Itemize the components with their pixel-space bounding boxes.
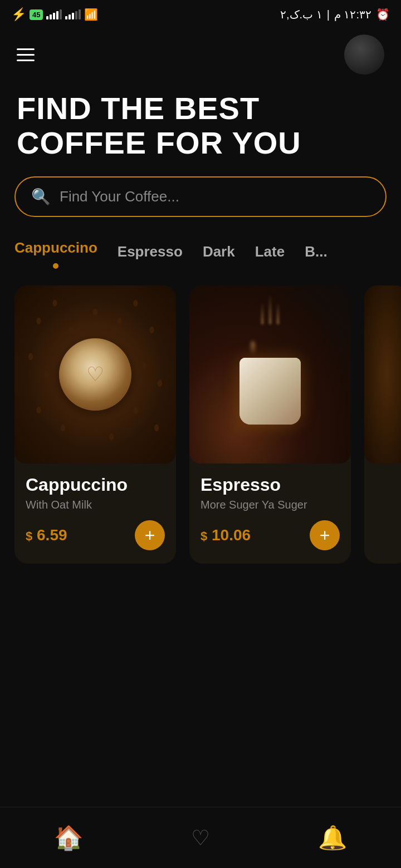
signal-bars-1 [46, 9, 62, 19]
signal-bars-2 [65, 9, 81, 19]
header [0, 29, 401, 86]
steam-effect [261, 302, 279, 324]
cappuccino-price-value: 6.59 [37, 526, 67, 544]
menu-line-1 [17, 48, 35, 50]
date-display-2: ١ ب.ک,٢ [280, 8, 322, 21]
steam-line-3 [277, 302, 279, 324]
espresso-add-button[interactable]: + [310, 520, 340, 550]
tab-cappuccino-dot [53, 263, 58, 269]
hero-line-2: COFFEE FOR YOU [17, 125, 301, 160]
menu-line-3 [17, 60, 35, 61]
tab-late-label: Late [255, 243, 285, 265]
hero-section: FIND THE BEST COFFEE FOR YOU [0, 86, 401, 176]
tab-cappuccino[interactable]: Cappuccino [14, 239, 97, 269]
beans-background [14, 285, 176, 463]
espresso-cup [239, 358, 301, 425]
home-icon: 🏠 [54, 824, 83, 851]
tab-dark-label: Dark [203, 243, 235, 265]
tab-espresso[interactable]: Espresso [118, 243, 183, 265]
hero-line-1: FIND THE BEST [17, 91, 260, 126]
bolt-icon: ⚡ [11, 7, 26, 22]
heart-icon: ♡ [191, 826, 210, 850]
espresso-price: $ 10.06 [200, 526, 251, 544]
alarm-icon: ⏰ [376, 8, 390, 21]
espresso-background [189, 285, 351, 463]
hero-title: FIND THE BEST COFFEE FOR YOU [17, 91, 384, 160]
search-container: 🔍 [0, 176, 401, 239]
tab-late[interactable]: Late [255, 243, 285, 265]
nav-favorites[interactable]: ♡ [191, 826, 210, 850]
status-right: ⏰ ١٢:٣٢ م | ١ ب.ک,٢ [280, 8, 390, 21]
tab-b[interactable]: B... [305, 243, 327, 265]
coffee-card-cappuccino: Cappuccino With Oat Milk $ 6.59 + [14, 285, 176, 564]
bottom-navigation: 🏠 ♡ 🔔 [0, 807, 401, 868]
espresso-currency: $ [200, 529, 207, 543]
date-display: | [327, 8, 330, 21]
cappuccino-desc: With Oat Milk [26, 499, 165, 511]
tab-b-label: B... [305, 243, 327, 265]
nav-notifications[interactable]: 🔔 [318, 824, 347, 851]
nav-home[interactable]: 🏠 [54, 824, 83, 851]
tab-dark[interactable]: Dark [203, 243, 235, 265]
bell-icon: 🔔 [318, 824, 347, 851]
coffee-cards-section: Cappuccino With Oat Milk $ 6.59 + [0, 285, 401, 564]
search-box[interactable]: 🔍 [14, 176, 387, 217]
search-input[interactable] [60, 188, 370, 205]
tab-espresso-label: Espresso [118, 243, 183, 265]
avatar[interactable] [344, 34, 384, 75]
steam-line-1 [261, 302, 263, 324]
time-display: ١٢:٣٢ م [334, 8, 371, 21]
category-tabs: Cappuccino Espresso Dark Late B... [0, 239, 401, 285]
coffee-card-partial [364, 285, 401, 564]
espresso-card-image [189, 285, 351, 463]
cappuccino-name: Cappuccino [26, 475, 165, 495]
status-bar: ⚡ 45 📶 ⏰ ١٢:٣٢ م | ١ ب.ک,٢ [0, 0, 401, 29]
cappuccino-add-button[interactable]: + [135, 520, 165, 550]
espresso-desc: More Suger Ya Suger [200, 499, 340, 511]
cappuccino-price: $ 6.59 [26, 526, 67, 544]
cappuccino-card-info: Cappuccino With Oat Milk [14, 463, 176, 511]
menu-line-2 [17, 54, 35, 56]
steam-line-2 [269, 294, 271, 324]
espresso-price-value: 10.06 [212, 526, 251, 544]
avatar-image [344, 34, 384, 75]
tab-cappuccino-label: Cappuccino [14, 239, 97, 261]
search-icon: 🔍 [31, 188, 51, 206]
partial-card-image [364, 285, 401, 463]
espresso-card-info: Espresso More Suger Ya Suger [189, 463, 351, 511]
hamburger-menu-button[interactable] [17, 48, 35, 61]
status-left: ⚡ 45 📶 [11, 7, 98, 22]
cappuccino-currency: $ [26, 529, 32, 543]
wifi-icon: 📶 [84, 8, 98, 21]
espresso-card-footer: $ 10.06 + [189, 520, 351, 550]
cappuccino-card-footer: $ 6.59 + [14, 520, 176, 550]
battery-indicator: 45 [30, 9, 43, 20]
cappuccino-card-image [14, 285, 176, 463]
coffee-card-espresso: Espresso More Suger Ya Suger $ 10.06 + [189, 285, 351, 564]
espresso-name: Espresso [200, 475, 340, 495]
latte-art [59, 338, 131, 411]
